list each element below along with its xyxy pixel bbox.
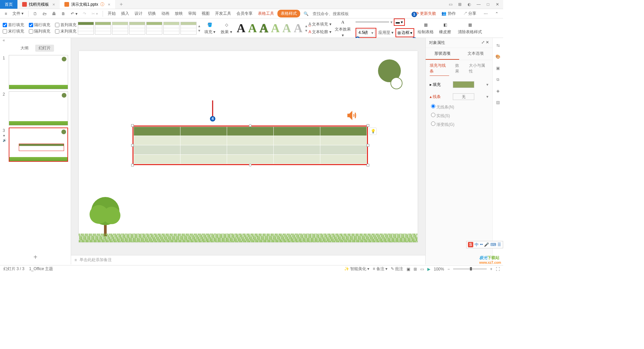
subtab-text[interactable]: 文本选项 <box>459 48 493 60</box>
thumb-2[interactable]: 2 <box>3 91 68 126</box>
collapse-thumbs[interactable]: « <box>0 38 71 43</box>
grid-icon[interactable]: ⊞ <box>457 2 463 7</box>
user-icon[interactable]: ◐ <box>466 2 472 7</box>
close-icon[interactable]: ✕ <box>108 3 110 6</box>
draw-table[interactable]: ▦绘制表格 <box>416 21 436 35</box>
layout-icon[interactable]: ▭ <box>447 2 453 7</box>
tab-slides[interactable]: 幻灯片 <box>35 45 54 52</box>
radio-none[interactable]: 无线条(N) <box>431 103 487 111</box>
tab-docker[interactable]: 找稻壳模板✕ <box>17 0 60 9</box>
text-effect[interactable]: A文本效果▾ <box>333 18 353 38</box>
slide-canvas[interactable]: 4 💡 <box>79 51 418 242</box>
eraser[interactable]: ◧橡皮擦 <box>437 21 453 35</box>
coop-button[interactable]: 👥 协作 <box>439 10 458 17</box>
status-beauty[interactable]: ✨ 智能美化 ▾ <box>344 266 370 272</box>
view-slideshow-icon[interactable]: ▶ <box>427 267 430 271</box>
menu-start[interactable]: 开始 <box>106 10 118 17</box>
styles-down[interactable]: ▾ <box>198 28 200 33</box>
wa-down[interactable]: ▾ <box>305 28 307 33</box>
menu-table-style[interactable]: 表格样式 <box>277 10 300 17</box>
qat-redo[interactable]: ↷ <box>81 11 88 17</box>
fit-icon[interactable]: ⛶ <box>496 267 500 271</box>
zoom-slider[interactable] <box>453 268 487 269</box>
tab-add[interactable]: + <box>115 0 127 9</box>
status-backup[interactable]: ≡ 备注 ▾ <box>373 266 387 272</box>
qat-open[interactable]: 🗁 <box>41 11 49 17</box>
chk-first-row[interactable]: 首行填充 <box>3 22 24 28</box>
menu-animation[interactable]: 动画 <box>159 10 171 17</box>
border-btn[interactable]: ⊞ 边框 ▾ <box>395 28 414 37</box>
qat-print[interactable]: 🖶 <box>50 11 58 17</box>
radio-gradient[interactable]: 渐变线(G) <box>431 120 487 129</box>
more-icon[interactable]: ⋯ <box>482 11 490 17</box>
tab-home[interactable]: 首页 <box>0 0 17 9</box>
thumb-3[interactable]: 3★🔊 <box>3 128 68 162</box>
zoom-value[interactable]: 100% <box>434 267 444 271</box>
menu-table-tool[interactable]: 表格工具 <box>256 10 276 17</box>
rt-location-icon[interactable]: ◈ <box>495 88 501 94</box>
line-select[interactable]: 无 <box>453 93 474 100</box>
menu-review[interactable]: 审阅 <box>186 10 198 17</box>
menu-slideshow[interactable]: 放映 <box>173 10 185 17</box>
view-normal-icon[interactable]: ▣ <box>407 267 410 271</box>
search-input[interactable] <box>312 11 359 17</box>
text-fill[interactable]: A 文本填充 ▾ <box>309 21 331 27</box>
update-fail[interactable]: ⟳ 更新失败 <box>416 11 436 16</box>
sound-icon[interactable] <box>346 110 357 122</box>
rt-style-icon[interactable]: 🎨 <box>495 53 501 60</box>
view-sorter-icon[interactable]: ⊞ <box>414 267 417 271</box>
close-icon[interactable]: ✕ <box>52 3 55 6</box>
selected-table[interactable] <box>132 126 368 165</box>
tab-file[interactable]: 演示文稿1.pptxⓘ✕ <box>60 0 115 9</box>
rt-link-icon[interactable]: ⧉ <box>495 76 501 83</box>
clear-style[interactable]: ▦清除表格样式 <box>456 21 484 35</box>
thumb-1[interactable]: 1 <box>3 55 68 89</box>
menu-view[interactable]: 视图 <box>200 10 212 17</box>
wordart[interactable]: AAAAAA ▴▾ <box>237 21 307 35</box>
search-icon[interactable]: 🔍 <box>302 11 311 17</box>
minimize-icon[interactable]: — <box>476 2 482 7</box>
maximize-icon[interactable]: □ <box>485 2 491 7</box>
menu-transition[interactable]: 切换 <box>146 10 158 17</box>
subtab-shape[interactable]: 形状选项 <box>426 48 459 60</box>
sec-fill-line[interactable]: 填充与线条 <box>430 63 449 76</box>
menu-file[interactable]: 文件 ▾ <box>10 10 25 17</box>
chk-first-col[interactable]: 首列填充 <box>55 22 76 28</box>
chk-alt-col[interactable]: 隔列填充 <box>29 29 50 34</box>
rt-layers-icon[interactable]: ▤ <box>495 99 501 106</box>
chk-alt-row[interactable]: 隔行填充 <box>29 22 50 28</box>
menu-hamburger[interactable]: ≡ <box>3 11 9 17</box>
wa-up[interactable]: ▴ <box>305 23 307 28</box>
radio-solid[interactable]: 实线(S) <box>431 111 487 120</box>
sec-size[interactable]: 大小与属性 <box>469 63 488 76</box>
suggestion-icon[interactable]: 💡 <box>369 128 377 135</box>
zoom-out[interactable]: − <box>447 267 450 271</box>
line-color[interactable]: ▬ ▾ <box>394 18 405 26</box>
close-panel-icon[interactable]: ✕ <box>486 40 489 45</box>
line-weight[interactable]: 4.5磅▾ <box>356 28 376 38</box>
fill-btn[interactable]: 🪣填充 ▾ <box>202 21 217 35</box>
menu-dev[interactable]: 开发工具 <box>213 10 233 17</box>
prop-line[interactable]: ▴ 线条无▾ <box>426 91 492 103</box>
view-reading-icon[interactable]: ▭ <box>420 267 424 271</box>
apply-to[interactable]: 应用至 ▾ <box>378 30 393 36</box>
status-annotate[interactable]: ✎ 批注 <box>391 266 403 272</box>
share-button[interactable]: ↗ 分享 <box>461 10 478 17</box>
notes-pane[interactable]: ≡单击此处添加备注 <box>71 255 425 264</box>
qat-save[interactable]: 🗋 <box>31 11 39 17</box>
menu-vip[interactable]: 会员专享 <box>234 10 255 17</box>
tab-outline[interactable]: 大纲 <box>17 45 32 52</box>
fill-swatch[interactable] <box>453 81 474 88</box>
rt-select-icon[interactable]: ▣ <box>495 65 501 71</box>
pin-icon[interactable]: ⤢ <box>481 40 485 45</box>
qat-preview[interactable]: 🗎 <box>59 11 67 17</box>
prop-fill[interactable]: ▸ 填充▾ <box>426 79 492 91</box>
qat-format[interactable]: ✂ ▾ <box>90 11 100 17</box>
sec-effect[interactable]: 效果 <box>455 63 463 76</box>
chk-last-row[interactable]: 末行填充 <box>3 29 24 34</box>
zoom-in[interactable]: + <box>490 267 492 271</box>
effect-btn[interactable]: ◇效果 ▾ <box>219 21 234 35</box>
close-window-icon[interactable]: ✕ <box>494 2 500 7</box>
add-slide[interactable]: + <box>0 250 71 264</box>
text-outline[interactable]: A 文本轮廓 ▾ <box>309 29 331 35</box>
